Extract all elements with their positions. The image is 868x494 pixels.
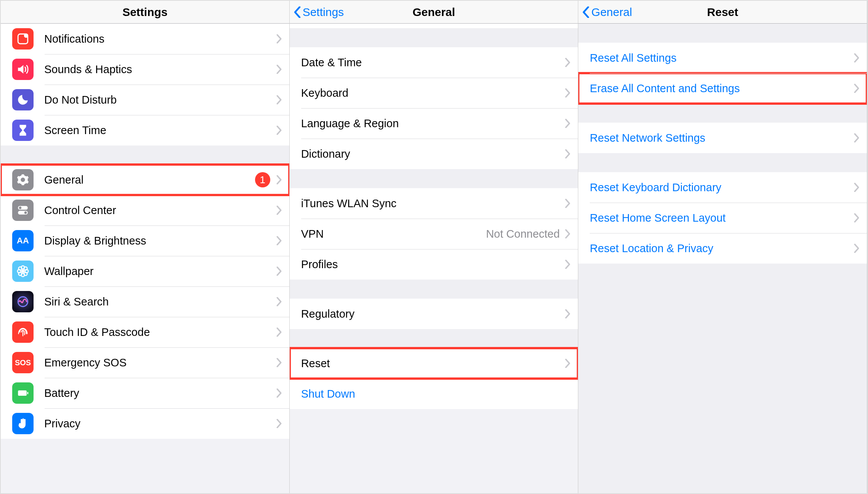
- row-eraseall[interactable]: Erase All Content and Settings: [578, 73, 867, 104]
- back-button[interactable]: General: [582, 1, 632, 23]
- svg-point-14: [24, 272, 27, 276]
- back-label: Settings: [303, 6, 344, 19]
- settings-row-battery[interactable]: Battery: [1, 378, 289, 408]
- row-itunes[interactable]: iTunes WLAN Sync: [290, 188, 578, 219]
- settings-row-privacy[interactable]: Privacy: [1, 408, 289, 439]
- chevron-right-icon: [565, 309, 570, 318]
- row-label: Dictionary: [301, 148, 350, 160]
- settings-row-wallpaper[interactable]: Wallpaper: [1, 256, 289, 286]
- svg-point-11: [19, 267, 22, 270]
- row-label: Sounds & Haptics: [44, 63, 132, 76]
- settings-row-general[interactable]: General1: [1, 165, 289, 195]
- svg-point-5: [24, 211, 27, 214]
- row-label: Emergency SOS: [44, 357, 127, 369]
- row-keyboard[interactable]: Keyboard: [290, 78, 578, 108]
- chevron-right-icon: [276, 126, 282, 135]
- chevron-right-icon: [565, 199, 570, 208]
- row-resetkeyboard[interactable]: Reset Keyboard Dictionary: [578, 172, 867, 203]
- row-resethome[interactable]: Reset Home Screen Layout: [578, 203, 867, 233]
- row-label: Do Not Disturb: [44, 94, 117, 106]
- back-button[interactable]: Settings: [294, 1, 344, 23]
- section-gap: [578, 24, 867, 43]
- row-label: Reset All Settings: [590, 52, 676, 64]
- row-label: VPN: [301, 228, 324, 240]
- chevron-right-icon: [276, 175, 282, 184]
- gear-icon: [12, 169, 34, 190]
- row-label: Erase All Content and Settings: [590, 82, 740, 95]
- row-vpn[interactable]: VPNNot Connected: [290, 219, 578, 249]
- chevron-right-icon: [854, 53, 859, 62]
- sounds-icon: [12, 59, 34, 80]
- row-dictionary[interactable]: Dictionary: [290, 139, 578, 169]
- svg-point-1: [24, 34, 28, 38]
- settings-row-display[interactable]: AADisplay & Brightness: [1, 225, 289, 256]
- chevron-right-icon: [276, 34, 282, 43]
- row-language[interactable]: Language & Region: [290, 108, 578, 139]
- row-label: Battery: [44, 387, 79, 400]
- row-datetime[interactable]: Date & Time: [290, 47, 578, 78]
- row-regulatory[interactable]: Regulatory: [290, 299, 578, 329]
- navbar-general: Settings General: [290, 1, 578, 24]
- settings-row-sos[interactable]: SOSEmergency SOS: [1, 347, 289, 378]
- svg-point-12: [24, 267, 27, 270]
- section-gap: [578, 104, 867, 123]
- settings-row-siri[interactable]: Siri & Search: [1, 286, 289, 317]
- settings-row-screentime[interactable]: Screen Time: [1, 115, 289, 145]
- sos-icon: SOS: [12, 352, 34, 373]
- notifications-icon: [12, 28, 34, 50]
- section-gap: [290, 169, 578, 188]
- moon-icon: [12, 89, 34, 110]
- row-resetnetwork[interactable]: Reset Network Settings: [578, 123, 867, 153]
- settings-row-controlcenter[interactable]: Control Center: [1, 195, 289, 225]
- chevron-left-icon: [582, 6, 590, 18]
- row-reset[interactable]: Reset: [290, 348, 578, 379]
- row-profiles[interactable]: Profiles: [290, 249, 578, 280]
- chevron-right-icon: [276, 65, 282, 74]
- row-label: Reset Home Screen Layout: [590, 212, 725, 224]
- row-label: Display & Brightness: [44, 235, 146, 247]
- settings-row-sounds[interactable]: Sounds & Haptics: [1, 54, 289, 85]
- row-label: Reset Network Settings: [590, 132, 705, 144]
- badge: 1: [255, 172, 270, 187]
- chevron-right-icon: [565, 260, 570, 269]
- svg-rect-16: [18, 390, 27, 396]
- chevron-right-icon: [565, 149, 570, 158]
- page-title: Settings: [122, 6, 167, 19]
- flower-icon: [12, 261, 34, 282]
- row-resetall[interactable]: Reset All Settings: [578, 43, 867, 73]
- chevron-right-icon: [276, 358, 282, 367]
- battery-icon: [12, 382, 34, 404]
- aa-icon: AA: [12, 230, 34, 251]
- panel-reset: General Reset Reset All SettingsErase Al…: [578, 1, 867, 493]
- section-gap: [290, 280, 578, 299]
- chevron-right-icon: [276, 297, 282, 306]
- panel-settings: Settings NotificationsSounds & HapticsDo…: [1, 1, 290, 493]
- section-gap: [290, 28, 578, 47]
- row-label: Reset Location & Privacy: [590, 242, 713, 255]
- settings-body: NotificationsSounds & HapticsDo Not Dist…: [1, 24, 289, 493]
- settings-row-touchid[interactable]: Touch ID & Passcode: [1, 317, 289, 347]
- chevron-right-icon: [276, 419, 282, 428]
- row-label: Language & Region: [301, 117, 399, 130]
- settings-row-dnd[interactable]: Do Not Disturb: [1, 85, 289, 115]
- page-title: Reset: [707, 6, 738, 19]
- chevron-right-icon: [565, 359, 570, 368]
- settings-row-notifications[interactable]: Notifications: [1, 24, 289, 54]
- section-gap: [578, 153, 867, 172]
- chevron-right-icon: [854, 133, 859, 142]
- toggles-icon: [12, 200, 34, 221]
- row-label: Wallpaper: [44, 265, 93, 278]
- row-label: Reset: [301, 357, 330, 370]
- chevron-right-icon: [276, 388, 282, 398]
- row-shutdown[interactable]: Shut Down: [290, 379, 578, 409]
- row-resetlocation[interactable]: Reset Location & Privacy: [578, 233, 867, 264]
- hourglass-icon: [12, 120, 34, 141]
- navbar-reset: General Reset: [578, 1, 867, 24]
- chevron-right-icon: [854, 244, 859, 253]
- chevron-left-icon: [294, 6, 301, 18]
- chevron-right-icon: [854, 183, 859, 192]
- row-label: Regulatory: [301, 308, 355, 320]
- chevron-right-icon: [565, 119, 570, 128]
- siri-icon: [12, 291, 34, 312]
- row-label: Date & Time: [301, 56, 362, 69]
